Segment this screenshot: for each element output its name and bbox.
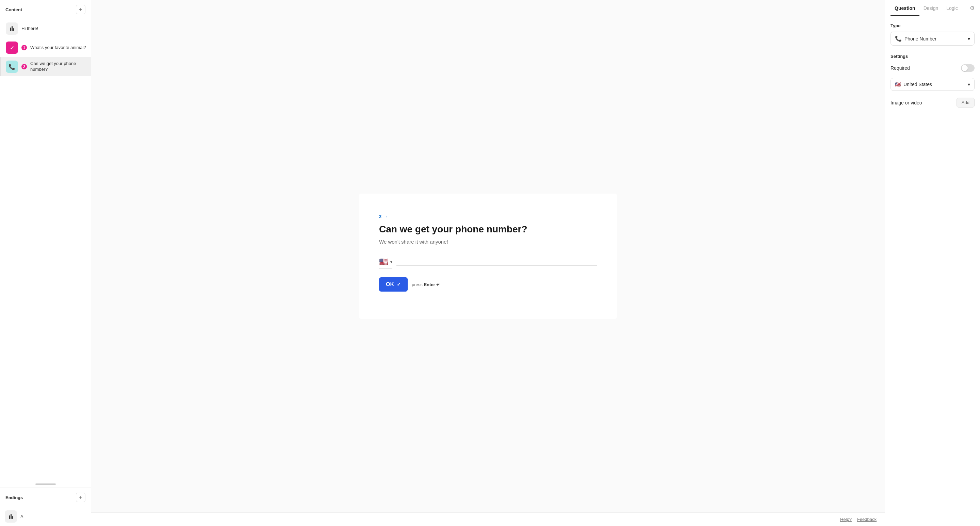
sidebar-endings-label: Endings: [5, 495, 23, 500]
gear-icon[interactable]: ⚙: [970, 0, 975, 16]
ok-row: OK ✓ press Enter ↵: [379, 277, 597, 292]
add-media-button[interactable]: Add: [956, 98, 975, 108]
question-number-label: 2 →: [379, 214, 597, 219]
scroll-indicator: [0, 481, 91, 488]
ending-bars-icon: [9, 514, 13, 519]
sidebar-item-label-welcome: Hi there!: [21, 26, 38, 32]
phone-input-line[interactable]: [396, 265, 597, 266]
press-enter-text: press Enter ↵: [412, 282, 440, 287]
country-dropdown[interactable]: 🇺🇸 United States ▾: [891, 78, 975, 91]
flag-country-selector[interactable]: 🇺🇸 ▾: [379, 256, 392, 269]
sidebar-endings-add-button[interactable]: +: [76, 493, 86, 502]
question-title: Can we get your phone number?: [379, 223, 597, 235]
sidebar: Content + Hi there! ✓ 1 What's your favo…: [0, 0, 91, 526]
image-video-label: Image or video: [891, 100, 922, 105]
help-link[interactable]: Help?: [840, 517, 852, 522]
sidebar-add-button[interactable]: +: [76, 5, 86, 14]
q2-number: 2: [21, 64, 27, 69]
sidebar-ending-icon: [5, 510, 17, 523]
type-dropdown-chevron: ▾: [968, 36, 970, 41]
panel-tabs: Question Design Logic ⚙: [885, 0, 980, 16]
bars-icon: [10, 26, 14, 31]
ok-label: OK: [386, 281, 394, 288]
phone-icon: 📞: [8, 64, 15, 70]
sidebar-content-section: Content +: [0, 0, 91, 19]
required-label: Required: [891, 65, 910, 71]
sidebar-item-icon-welcome: [6, 22, 18, 35]
required-toggle[interactable]: [961, 64, 975, 72]
required-setting-row: Required: [891, 64, 975, 72]
phone-type-icon: 📞: [895, 35, 902, 42]
question-number: 2: [379, 214, 382, 219]
sidebar-item-q2[interactable]: 📞 2 Can we get your phone number?: [0, 57, 91, 76]
sidebar-item-q1[interactable]: ✓ 1 What's your favorite animal?: [0, 38, 91, 57]
type-dropdown[interactable]: 📞 Phone Number ▾: [891, 32, 975, 46]
sidebar-item-icon-q1: ✓: [6, 41, 18, 54]
sidebar-endings-section: Endings + A: [0, 488, 91, 526]
country-dropdown-left: 🇺🇸 United States: [895, 82, 932, 87]
scroll-bar: [35, 483, 56, 485]
feedback-link[interactable]: Feedback: [857, 517, 877, 522]
sidebar-item-welcome[interactable]: Hi there!: [0, 19, 91, 38]
sidebar-item-label-q2: Can we get your phone number?: [30, 61, 86, 73]
main-canvas: 2 → Can we get your phone number? We won…: [91, 0, 885, 526]
type-dropdown-left: 📞 Phone Number: [895, 35, 937, 42]
ok-checkmark-icon: ✓: [397, 282, 401, 287]
flag-chevron-icon: ▾: [390, 260, 392, 264]
canvas-footer: Help? Feedback: [91, 512, 885, 526]
image-video-row: Image or video Add: [891, 98, 975, 108]
sidebar-item-label-q1: What's your favorite animal?: [30, 45, 86, 51]
type-section-label: Type: [891, 23, 975, 28]
ok-button[interactable]: OK ✓: [379, 277, 408, 292]
sidebar-endings-header: Endings +: [0, 488, 91, 507]
sidebar-content-label: Content: [5, 7, 22, 12]
sidebar-item-icon-q2: 📞: [6, 60, 18, 73]
tab-question[interactable]: Question: [891, 1, 920, 16]
enter-key-label: Enter ↵: [424, 282, 440, 287]
right-panel: Question Design Logic ⚙ Type 📞 Phone Num…: [885, 0, 980, 526]
us-flag-icon: 🇺🇸: [379, 257, 388, 266]
canvas-content: 2 → Can we get your phone number? We won…: [91, 0, 885, 512]
sidebar-ending-item-a[interactable]: A: [0, 507, 91, 526]
check-icon: ✓: [10, 44, 14, 51]
sidebar-ending-label: A: [21, 514, 24, 519]
question-card: 2 → Can we get your phone number? We won…: [359, 194, 617, 319]
type-value: Phone Number: [904, 36, 937, 41]
country-flag-icon: 🇺🇸: [895, 82, 901, 87]
tab-logic[interactable]: Logic: [942, 1, 962, 16]
question-arrow: →: [383, 214, 388, 219]
tab-design[interactable]: Design: [920, 1, 943, 16]
country-value: United States: [904, 82, 932, 87]
question-subtitle: We won't share it with anyone!: [379, 239, 597, 245]
panel-body: Type 📞 Phone Number ▾ Settings Required …: [885, 16, 980, 526]
country-chevron-icon: ▾: [968, 82, 970, 87]
settings-section-label: Settings: [891, 54, 975, 59]
phone-input-row: 🇺🇸 ▾: [379, 256, 597, 269]
q1-number: 1: [21, 45, 27, 50]
